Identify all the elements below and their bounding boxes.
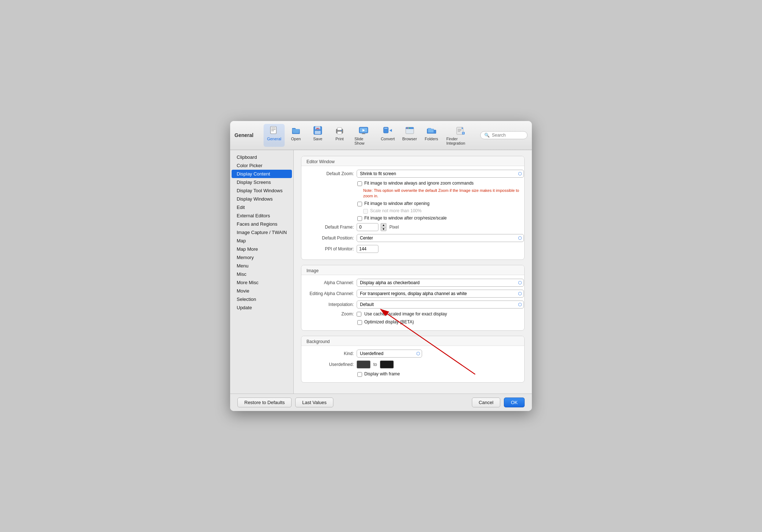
zoom-cached-control: Use cached scaled image for exact displa…	[357, 311, 519, 317]
default-frame-input[interactable]	[357, 223, 378, 231]
frame-stepper-up[interactable]: ▲	[381, 223, 386, 227]
editing-alpha-select[interactable]: For transparent regions, display alpha c…	[357, 290, 524, 298]
interpolation-select-wrap: Default Nearest Neighbor Bilinear Bicubi…	[357, 301, 524, 309]
toolbar-finder[interactable]: E Finder Integration	[443, 124, 479, 147]
sidebar-item-update[interactable]: Update	[232, 303, 292, 312]
color-swatch-1[interactable]	[357, 360, 370, 368]
default-position-select[interactable]: Center Top Left Bottom Left	[357, 234, 524, 242]
search-icon: 🔍	[484, 133, 490, 138]
footer-left: Restore to Defaults Last Values	[237, 398, 333, 407]
alpha-channel-select[interactable]: Display alpha as checkerboard Display al…	[357, 279, 524, 287]
toolbar-folders[interactable]: Folders	[421, 124, 442, 147]
restore-defaults-button[interactable]: Restore to Defaults	[237, 398, 292, 407]
optimized-checkbox[interactable]	[357, 320, 362, 325]
kind-label: Kind:	[306, 351, 354, 356]
interpolation-control: Default Nearest Neighbor Bilinear Bicubi…	[357, 301, 524, 309]
userdefined-row: Userdefined: to	[306, 360, 519, 368]
sidebar-item-color-picker[interactable]: Color Picker	[232, 161, 292, 170]
toolbar-convert[interactable]: Convert	[377, 124, 398, 147]
sidebar-item-menu[interactable]: Menu	[232, 262, 292, 270]
toolbar-items: General Open JPG	[264, 124, 479, 147]
print-icon	[334, 125, 345, 137]
userdefined-control: to	[357, 360, 519, 368]
sidebar-item-movie[interactable]: Movie	[232, 287, 292, 295]
scale-not-more-label: Scale not more than 100%	[370, 208, 421, 213]
svg-rect-10	[337, 128, 342, 130]
editing-alpha-control: For transparent regions, display alpha c…	[357, 290, 524, 298]
sidebar-item-display-content[interactable]: Display Content	[232, 170, 292, 178]
cancel-button[interactable]: Cancel	[472, 398, 500, 407]
sidebar-item-misc[interactable]: Misc	[232, 270, 292, 278]
default-frame-row: Default Frame: ▲ ▼ Pixel	[306, 223, 519, 231]
svg-rect-2	[271, 129, 276, 130]
sidebar-item-clipboard[interactable]: Clipboard	[232, 153, 292, 161]
use-cached-checkbox[interactable]	[357, 312, 361, 317]
default-zoom-select[interactable]: Shrink to fit screen Fit to window 100%	[357, 170, 524, 178]
svg-point-21	[406, 128, 407, 128]
sidebar-item-image-capture[interactable]: Image Capture / TWAIN	[232, 228, 292, 237]
ok-button[interactable]: OK	[504, 398, 525, 407]
browser-label: Browser	[402, 137, 417, 141]
frame-stepper: ▲ ▼	[381, 223, 386, 231]
sidebar-item-external-editors[interactable]: External Editors	[232, 211, 292, 220]
window-title: General	[234, 132, 256, 138]
fit-after-open-checkbox[interactable]	[357, 202, 362, 206]
toolbar-slideshow[interactable]: Slide Show	[351, 124, 377, 147]
svg-rect-25	[458, 129, 461, 130]
default-zoom-control: Shrink to fit screen Fit to window 100% …	[357, 170, 524, 178]
kind-select[interactable]: Userdefined Black White Gray Checkerboar…	[357, 350, 422, 358]
finder-icon: E	[456, 125, 466, 137]
save-label: Save	[313, 137, 322, 141]
frame-stepper-down[interactable]: ▼	[381, 227, 386, 231]
default-frame-control: ▲ ▼ Pixel	[357, 223, 519, 231]
scale-not-more-checkbox[interactable]	[363, 209, 368, 214]
sidebar-item-memory[interactable]: Memory	[232, 253, 292, 262]
save-icon: JPG PNG	[313, 125, 323, 137]
fit-after-crop-checkbox[interactable]	[357, 216, 362, 221]
svg-point-12	[341, 130, 342, 131]
toolbar-print[interactable]: Print	[329, 124, 350, 147]
sidebar-item-selection[interactable]: Selection	[232, 295, 292, 303]
window-body: Clipboard Color Picker Display Content D…	[230, 150, 532, 394]
convert-label: Convert	[381, 137, 395, 141]
color-swatch-2[interactable]	[380, 360, 394, 368]
toolbar-general[interactable]: General	[264, 124, 285, 147]
fit-always-checkbox[interactable]	[357, 181, 362, 186]
svg-text:PNG: PNG	[316, 130, 319, 132]
ppi-control	[357, 245, 519, 253]
interpolation-select[interactable]: Default Nearest Neighbor Bilinear Bicubi…	[357, 301, 524, 309]
sidebar-item-display-windows[interactable]: Display Windows	[232, 195, 292, 203]
kind-control: Userdefined Black White Gray Checkerboar…	[357, 350, 519, 358]
background-header: Background	[301, 336, 524, 346]
default-zoom-row: Default Zoom: Shrink to fit screen Fit t…	[306, 170, 519, 178]
sidebar-item-edit[interactable]: Edit	[232, 203, 292, 211]
image-section: Image Alpha Channel: Display alpha as ch…	[301, 265, 525, 331]
toolbar-save[interactable]: JPG PNG Save	[307, 124, 328, 147]
fit-after-open-row: Fit image to window after opening	[306, 201, 519, 206]
editing-alpha-label: Editing Alpha Channel:	[306, 291, 354, 296]
folders-icon	[426, 125, 437, 137]
optimized-label: Optimized display (BETA)	[364, 319, 414, 325]
search-box[interactable]: 🔍	[480, 131, 528, 139]
last-values-button[interactable]: Last Values	[295, 398, 333, 407]
editor-window-header: Editor Window	[301, 156, 524, 166]
display-with-frame-checkbox[interactable]	[357, 372, 362, 377]
fit-after-crop-row: Fit image to window after crop/resize/sc…	[306, 215, 519, 221]
search-input[interactable]	[492, 133, 525, 138]
sidebar-item-display-screens[interactable]: Display Screens	[232, 178, 292, 186]
fit-always-row: Fit image to window always and ignore zo…	[306, 181, 519, 186]
sidebar-item-map[interactable]: Map	[232, 237, 292, 245]
svg-rect-11	[337, 132, 342, 134]
editing-alpha-row: Editing Alpha Channel: For transparent r…	[306, 290, 519, 298]
sidebar-item-map-more[interactable]: Map More	[232, 245, 292, 253]
preferences-window: General General	[230, 121, 532, 411]
editing-alpha-select-wrap: For transparent regions, display alpha c…	[357, 290, 524, 298]
ppi-input[interactable]	[357, 245, 378, 253]
toolbar-browser[interactable]: Browser	[399, 124, 420, 147]
sidebar-item-more-misc[interactable]: More Misc	[232, 278, 292, 287]
alpha-channel-row: Alpha Channel: Display alpha as checkerb…	[306, 279, 519, 287]
sidebar-item-faces-regions[interactable]: Faces and Regions	[232, 220, 292, 228]
sidebar-item-display-tool-windows[interactable]: Display Tool Windows	[232, 186, 292, 195]
toolbar-open[interactable]: Open	[285, 124, 306, 147]
zoom-note: Note: This option will overwrite the def…	[306, 188, 519, 199]
